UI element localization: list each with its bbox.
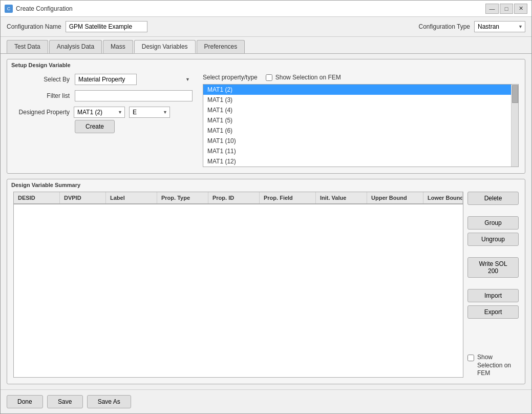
select-property-label: Select property/type (203, 74, 258, 81)
list-item[interactable]: MAT1 (10) (203, 136, 511, 146)
col-header-dvpid: DVPID (60, 192, 106, 203)
minimize-button[interactable]: — (485, 4, 499, 14)
side-buttons: Delete Group Ungroup Write SOL 200 Impor… (467, 192, 519, 378)
table-header: DESID DVPID Label Prop. Type Prop. ID Pr… (14, 192, 463, 204)
col-header-upperbound: Upper Bound (367, 192, 423, 203)
designed-field-dropdown[interactable]: E G NU RHO (129, 107, 170, 118)
window-icon: C (5, 5, 13, 13)
show-fem-checkbox-bottom[interactable] (467, 355, 474, 361)
main-window: C Create Configuration — □ ✕ Configurati… (0, 0, 532, 414)
setup-panel: Setup Design Variable Select By Material… (7, 59, 525, 174)
config-type-label: Configuration Type (418, 23, 470, 30)
ungroup-button[interactable]: Ungroup (467, 233, 519, 246)
tab-mass[interactable]: Mass (103, 40, 133, 53)
show-fem-label-top: Show Selection on FEM (275, 74, 341, 81)
list-item[interactable]: MAT1 (4) (203, 105, 511, 115)
designed-prop-dropdown[interactable]: MAT1 (2) MAT1 (3) MAT1 (4) MAT1 (5) MAT1… (74, 107, 125, 118)
tab-analysis-data[interactable]: Analysis Data (49, 40, 102, 53)
setup-panel-title: Setup Design Variable (7, 59, 525, 70)
config-name-input[interactable] (66, 21, 147, 32)
col-header-label: Label (106, 192, 157, 203)
col-header-desid: DESID (14, 192, 60, 203)
export-button[interactable]: Export (467, 305, 519, 319)
create-button[interactable]: Create (75, 120, 115, 133)
summary-table: DESID DVPID Label Prop. Type Prop. ID Pr… (13, 192, 463, 378)
window-title: Create Configuration (16, 5, 73, 12)
list-item[interactable]: MAT1 (11) (203, 146, 511, 156)
scrollbar-thumb[interactable] (512, 85, 518, 103)
select-by-dropdown[interactable]: Material Property Element Property Beam … (75, 74, 137, 85)
bottom-bar: Done Save Save As (1, 389, 531, 413)
list-item[interactable]: MAT1 (6) (203, 126, 511, 136)
show-fem-label-bottom: Show Selection on FEM (477, 354, 519, 378)
property-list-scrollbar[interactable] (511, 85, 518, 167)
save-button[interactable]: Save (47, 395, 83, 408)
list-item[interactable]: MAT1 (12) (203, 156, 511, 167)
property-list: MAT1 (2) MAT1 (3) MAT1 (4) MAT1 (5) MAT1… (203, 85, 511, 167)
filter-input[interactable] (75, 90, 193, 101)
main-content: Setup Design Variable Select By Material… (1, 54, 531, 389)
select-by-row: Select By Material Property Element Prop… (13, 74, 193, 85)
summary-panel: Design Variable Summary DESID DVPID Labe… (7, 179, 525, 384)
summary-panel-title: Design Variable Summary (7, 179, 525, 190)
show-fem-checkbox-top[interactable] (266, 74, 272, 81)
config-bar: Configuration Name Configuration Type Na… (1, 17, 531, 37)
close-button[interactable]: ✕ (514, 4, 527, 14)
config-type-select[interactable]: Nastran Abaqus ANSYS (474, 21, 525, 32)
col-header-proptype: Prop. Type (157, 192, 208, 203)
import-button[interactable]: Import (467, 289, 519, 302)
tab-bar: Test Data Analysis Data Mass Design Vari… (1, 37, 531, 54)
maximize-button[interactable]: □ (500, 4, 513, 14)
list-item[interactable]: MAT1 (5) (203, 115, 511, 126)
tab-design-variables[interactable]: Design Variables (134, 40, 196, 53)
config-name-label: Configuration Name (7, 23, 61, 30)
col-header-propid: Prop. ID (208, 192, 260, 203)
list-item[interactable]: MAT1 (3) (203, 95, 511, 105)
select-by-label: Select By (13, 76, 70, 83)
property-list-container: MAT1 (2) MAT1 (3) MAT1 (4) MAT1 (5) MAT1… (203, 84, 519, 167)
designed-prop-label: Designed Property (13, 109, 70, 116)
col-header-lowerbound: Lower Bound (423, 192, 463, 203)
list-item[interactable]: MAT1 (2) (203, 85, 511, 95)
group-button[interactable]: Group (467, 216, 519, 230)
col-header-propfield: Prop. Field (260, 192, 316, 203)
delete-button[interactable]: Delete (467, 192, 519, 205)
tab-preferences[interactable]: Preferences (197, 40, 245, 53)
col-header-initval: Init. Value (316, 192, 367, 203)
title-bar: C Create Configuration — □ ✕ (1, 1, 531, 17)
done-button[interactable]: Done (7, 395, 43, 408)
filter-label: Filter list (13, 92, 70, 99)
table-body (14, 204, 463, 377)
designed-property-row: Designed Property MAT1 (2) MAT1 (3) MAT1… (13, 107, 193, 118)
tab-test-data[interactable]: Test Data (7, 40, 48, 53)
save-as-button[interactable]: Save As (87, 395, 131, 408)
filter-row: Filter list (13, 90, 193, 101)
write-sol200-button[interactable]: Write SOL 200 (467, 257, 519, 278)
